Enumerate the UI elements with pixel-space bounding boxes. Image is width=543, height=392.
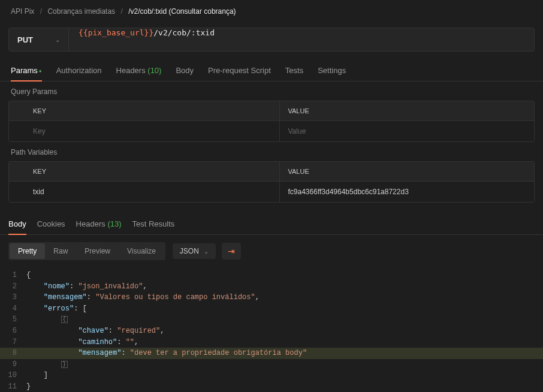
response-tab-test-results[interactable]: Test Results [132, 213, 175, 234]
url-variable: {{pix_base_url}} [79, 28, 153, 37]
table-header-row: KEY VALUE [9, 162, 534, 182]
path-variables-table: KEY VALUE txid fc9a4366ff3d4964b5dbc6c91… [8, 161, 535, 203]
code-line: 7 "caminho": "", [0, 337, 543, 348]
code-line: 9 } [0, 359, 543, 370]
response-toolbar: Pretty Raw Preview Visualize JSON ⌄ ⇥ [0, 235, 543, 267]
view-mode-visualize[interactable]: Visualize [119, 243, 164, 259]
tab-headers[interactable]: Headers (10) [116, 60, 162, 81]
response-tabs: Body Cookies Headers (13) Test Results [0, 213, 543, 235]
value-header: VALUE [280, 162, 535, 181]
collapse-marker-icon[interactable]: { [61, 316, 68, 323]
chevron-down-icon: ⌄ [55, 37, 60, 43]
modified-dot-icon: ● [39, 68, 42, 74]
code-line: 2 "nome": "json_invalido", [0, 281, 543, 293]
key-header: KEY [9, 101, 280, 120]
tab-settings[interactable]: Settings [318, 60, 346, 81]
response-section: Body Cookies Headers (13) Test Results P… [0, 213, 543, 392]
table-row[interactable]: Key Value [9, 121, 534, 141]
table-header-row: KEY VALUE [9, 101, 534, 121]
view-mode-pretty[interactable]: Pretty [10, 243, 45, 259]
response-tab-body[interactable]: Body [8, 213, 26, 234]
value-input[interactable]: Value [280, 121, 535, 141]
query-params-table: KEY VALUE Key Value [8, 101, 535, 142]
breadcrumb: API Pix / Cobranças imediatas / /v2/cob/… [0, 0, 543, 23]
breadcrumb-separator: / [120, 7, 122, 16]
tab-tests[interactable]: Tests [285, 60, 303, 81]
code-line: 4 "erros": [ [0, 303, 543, 315]
table-row[interactable]: txid fc9a4366ff3d4964b5dbc6c91a8722d3 [9, 182, 534, 202]
code-line: 5 { [0, 314, 543, 325]
code-line: 11 } [0, 381, 543, 392]
key-cell[interactable]: txid [9, 182, 280, 202]
request-tabs: Params● Authorization Headers (10) Body … [0, 60, 543, 82]
response-tab-cookies[interactable]: Cookies [37, 213, 65, 234]
value-header: VALUE [280, 101, 535, 120]
query-params-label: Query Params [0, 82, 543, 101]
tab-prerequest[interactable]: Pre-request Script [208, 60, 271, 81]
code-line: 6 "chave": "required", [0, 325, 543, 337]
wrap-icon: ⇥ [228, 246, 235, 256]
code-line-highlighted: 8 "mensagem": "deve ter a propriedade ob… [0, 348, 543, 359]
code-line: 10 ] [0, 370, 543, 381]
key-input[interactable]: Key [9, 121, 280, 141]
method-label: PUT [17, 35, 33, 44]
tab-params[interactable]: Params● [11, 60, 42, 81]
breadcrumb-part[interactable]: API Pix [11, 7, 34, 16]
method-selector[interactable]: PUT ⌄ [9, 28, 69, 51]
breadcrumb-current: /v2/cob/:txid (Consultar cobrança) [128, 7, 236, 16]
tab-authorization[interactable]: Authorization [56, 60, 102, 81]
response-tab-headers[interactable]: Headers (13) [76, 213, 122, 234]
method-url-bar: PUT ⌄ {{pix_base_url}}/v2/cob/:txid [8, 28, 535, 52]
tab-body[interactable]: Body [176, 60, 194, 81]
breadcrumb-separator: / [40, 7, 42, 16]
url-path: /v2/cob/:txid [153, 28, 215, 37]
collapse-marker-icon[interactable]: } [61, 361, 68, 368]
path-variables-label: Path Variables [0, 142, 543, 161]
code-line: 1 { [0, 270, 543, 281]
response-body-viewer[interactable]: 1 { 2 "nome": "json_invalido", 3 "mensag… [0, 267, 543, 392]
view-modes: Pretty Raw Preview Visualize [8, 242, 165, 260]
value-cell[interactable]: fc9a4366ff3d4964b5dbc6c91a8722d3 [280, 182, 535, 202]
url-input[interactable]: {{pix_base_url}}/v2/cob/:txid [69, 28, 534, 51]
chevron-down-icon: ⌄ [204, 248, 209, 255]
breadcrumb-part[interactable]: Cobranças imediatas [47, 7, 115, 16]
view-mode-preview[interactable]: Preview [76, 243, 119, 259]
format-select[interactable]: JSON ⌄ [173, 243, 216, 259]
key-header: KEY [9, 162, 280, 181]
view-mode-raw[interactable]: Raw [45, 243, 76, 259]
code-line: 3 "mensagem": "Valores ou tipos de campo… [0, 292, 543, 303]
wrap-lines-button[interactable]: ⇥ [222, 243, 241, 260]
